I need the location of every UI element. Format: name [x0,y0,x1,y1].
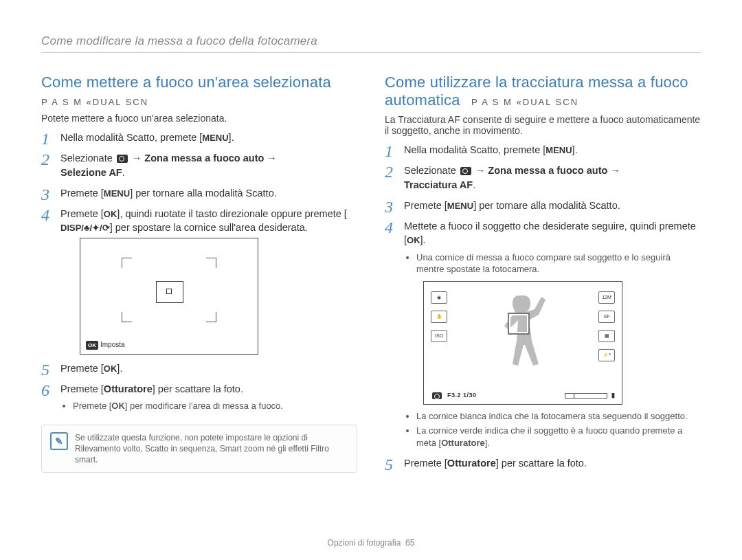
step-4: Mettete a fuoco il soggetto che desidera… [385,219,701,449]
arrow-icon: → [610,165,620,176]
step-1: Nella modalità Scatto, premete [MENU]. [385,143,701,157]
step-6-sub: Premete [OK] per modificare l'area di me… [60,400,357,412]
step-5: Premete [Otturatore] per scattare la fot… [385,456,701,470]
mode-icon: ◉ [431,291,447,304]
text: Nella modalità Scatto, premete [ [404,144,546,155]
text: Premete [ [60,383,104,394]
left-title: Come mettere a fuoco un'area selezionata [41,74,357,91]
text: ] per tornare alla modalità Scatto. [130,188,277,199]
text: ]. [117,363,122,374]
step-5: Premete [OK]. [41,361,357,375]
ok-key: OK [407,234,420,247]
note-text: Se utilizzate questa funzione, non potet… [75,432,348,466]
text: Premete [ [404,200,447,211]
osd-bottom: F3.2 1/30 ▮ [431,391,615,400]
corner-marker [206,258,216,268]
stabilizer-icon: ✋ [431,311,447,323]
text: Mettete a fuoco il soggetto che desidera… [404,221,696,245]
text: Imposta [100,341,125,348]
right-intro: La Tracciatura AF consente di seguire e … [385,114,701,136]
focus-box [156,281,183,303]
sub-item: Premete [OK] per modificare l'area di me… [73,400,357,412]
option-zona: Zona messa a fuoco auto [144,153,264,164]
arrow-icon: → [475,165,486,176]
right-steps: Nella modalità Scatto, premete [MENU]. S… [385,143,701,470]
step-1: Nella modalità Scatto, premete [MENU]. [41,131,357,144]
text: ]. [485,438,490,448]
shutter-key: Otturatore [104,383,153,394]
ok-key: OK [111,400,125,412]
left-steps: Nella modalità Scatto, premete [MENU]. S… [41,131,357,412]
text: ]. [420,234,426,245]
note-icon: ✎ [50,432,68,450]
text: ] per scattare la foto. [153,383,243,394]
arrow-icon: → [267,153,277,164]
corner-marker [122,258,132,268]
battery-icon: ▮ [611,391,616,400]
corner-marker [122,312,132,322]
option-selezione-af: Selezione AF [60,167,122,178]
text: Premete [ [60,188,104,199]
shutter-key: Otturatore [441,438,485,448]
camera-icon [117,155,128,163]
two-column-layout: Come mettere a fuoco un'area selezionata… [41,74,701,477]
left-column: Come mettere a fuoco un'area selezionata… [41,74,357,477]
footer-section: Opzioni di fotografia [328,538,401,548]
text: ], quindi ruotate il tasto direzionale o… [117,208,347,219]
text: Premete [ [60,363,104,374]
mode-indicator-left: P A S M «DUAL SCN [41,97,148,107]
menu-key: MENU [202,132,228,144]
step-2: Selezionate →Zona messa a fuoco auto→Tra… [385,164,701,192]
mode-indicator-right: P A S M «DUAL SCN [471,97,578,107]
sub-item: La cornice bianca indica che la fotocame… [416,410,701,423]
text: ]. [572,144,578,155]
note-box: ✎ Se utilizzate questa funzione, non pot… [41,425,357,473]
right-column: Come utilizzare la tracciatura messa a f… [385,74,701,477]
shutter-key: Otturatore [447,458,496,469]
option-tracciatura-af: Tracciatura AF [404,179,473,190]
text: ] per scattare la foto. [496,458,587,469]
subject-silhouette [496,295,551,402]
screen-footer-label: OKImposta [86,340,125,350]
right-title: Come utilizzare la tracciatura messa a f… [385,74,701,110]
exposure-readout: F3.2 1/30 [447,391,477,400]
step-3: Premete [MENU] per tornare alla modalità… [385,199,701,212]
zoom-bar [565,393,607,399]
menu-key: MENU [104,188,130,200]
sub-item: Una cornice di messa a fuoco compare sul… [416,251,701,276]
menu-key: MENU [546,144,572,157]
ok-key: OK [104,208,117,221]
metering-icon: ▦ [598,330,615,342]
step-6: Premete [Otturatore] per scattare la fot… [41,382,357,412]
corner-marker [206,312,216,322]
text: Premete [ [60,208,104,219]
text: ] per modificare l'area di messa a fuoco… [125,401,283,411]
text: ]. [229,132,234,143]
text: Premete [ [73,401,111,411]
option-zona: Zona messa a fuoco auto [488,165,607,176]
text: Selezionate [60,153,115,164]
nav-keys: DISP/♣/✦/⟳ [60,222,110,234]
left-intro: Potete mettere a fuoco un'area seleziona… [41,113,357,124]
menu-key: MENU [447,200,473,212]
osd-left-icons: ◉ ✋ ISO [431,291,447,342]
quality-icon: SF [598,311,615,323]
page-header: Come modificare la messa a fuoco della f… [41,34,701,53]
step-4-notes: La cornice bianca indica che la fotocame… [404,410,701,449]
tracking-box [508,313,530,335]
camera-icon [460,167,471,175]
text: Premete [ [404,458,447,469]
page-footer: Opzioni di fotografia 65 [0,538,742,548]
page-number: 65 [405,538,414,548]
step-4: Premete [OK], quindi ruotate il tasto di… [41,207,357,355]
size-icon: 12M [598,291,615,304]
arrow-icon: → [132,153,142,164]
sub-item: La cornice verde indica che il soggetto … [416,425,701,449]
text: ] per tornare alla modalità Scatto. [473,200,620,211]
step-3: Premete [MENU] per tornare alla modalità… [41,186,357,200]
tracking-screen: ◉ ✋ ISO 12M SF ▦ ⚡ᴬ [423,281,622,405]
osd-right-icons: 12M SF ▦ ⚡ᴬ [598,291,615,361]
text: ] per spostare la cornice sull'area desi… [110,222,308,233]
step-4-sub: Una cornice di messa a fuoco compare sul… [404,251,701,276]
step-2: Selezionate →Zona messa a fuoco auto→Sel… [41,151,357,179]
